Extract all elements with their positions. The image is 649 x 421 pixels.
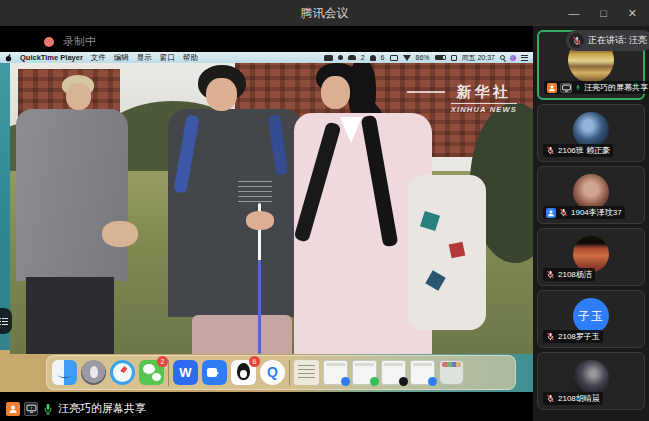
mic-on-icon	[42, 403, 54, 415]
person-badge-icon	[546, 208, 556, 218]
quicktime-icon[interactable]: Q	[260, 360, 285, 385]
status-count-b: 6	[381, 54, 385, 61]
screen-share-icon	[560, 83, 572, 93]
close-button[interactable]: ✕	[628, 7, 637, 20]
participant-name: 2108胡晴晨	[558, 393, 600, 404]
share-banner: 汪亮巧的屏幕共享	[6, 401, 146, 416]
screen-share-icon	[24, 402, 38, 416]
trash-icon[interactable]	[439, 360, 464, 385]
shared-screen-view: 录制中 QuickTime Player 文件 编辑 显示 窗口 帮助	[0, 26, 533, 421]
wechat-badge: 2	[157, 356, 168, 367]
spotlight-search-icon[interactable]	[500, 55, 505, 60]
minimize-button[interactable]: —	[568, 7, 579, 19]
stop-record-icon[interactable]	[451, 55, 457, 61]
participant-tile[interactable]: 2108胡晴晨	[537, 352, 645, 410]
speaking-toast-label: 正在讲话: 汪亮	[588, 34, 647, 47]
document-icon[interactable]	[294, 360, 319, 385]
wps-office-icon[interactable]: W	[173, 360, 198, 385]
avatar	[573, 174, 609, 210]
display-icon[interactable]	[390, 55, 398, 61]
menu-edit[interactable]: 编辑	[114, 53, 129, 63]
participant-name: 2106班 赖正豪	[558, 145, 610, 156]
participant-tile[interactable]: 2106班 赖正豪	[537, 104, 645, 162]
dock-divider	[289, 360, 290, 386]
siri-icon[interactable]	[510, 55, 516, 61]
meeting-window: 腾讯会议 — □ ✕ 录制中 QuickTime Player	[0, 0, 649, 421]
right-woman-backpack	[408, 175, 486, 330]
shared-macos-desktop: QuickTime Player 文件 编辑 显示 窗口 帮助 2 6	[0, 52, 533, 392]
quicktime-video: 新华社 XINHUA NEWS	[10, 63, 533, 354]
mic-muted-icon	[559, 208, 568, 217]
menu-file[interactable]: 文件	[91, 53, 106, 63]
avatar: 子玉	[573, 298, 609, 334]
menu-app-name[interactable]: QuickTime Player	[20, 53, 83, 62]
watermark-title: 新华社	[451, 83, 517, 104]
participant-name: 2108罗子玉	[558, 331, 600, 342]
bell-icon[interactable]	[370, 55, 376, 61]
participants-sidebar: 正在讲话: 汪亮 汪亮巧的屏幕共享	[533, 26, 649, 421]
wifi-icon[interactable]	[403, 55, 411, 61]
menu-help[interactable]: 帮助	[183, 53, 198, 63]
recording-indicator: 录制中	[44, 34, 96, 49]
menu-window[interactable]: 窗口	[160, 53, 175, 63]
macos-menu-bar: QuickTime Player 文件 编辑 显示 窗口 帮助 2 6	[0, 52, 533, 63]
participant-tile[interactable]: 子玉 2108罗子玉	[537, 290, 645, 348]
mic-muted-icon	[569, 33, 584, 48]
participant-label: 2106班 赖正豪	[543, 144, 613, 157]
participant-tile[interactable]: 2108杨洁	[537, 228, 645, 286]
recording-label: 录制中	[63, 34, 96, 49]
menu-status-area: 2 6 86% 周五 20:37	[324, 53, 528, 63]
cloud-icon[interactable]	[348, 55, 356, 60]
battery-icon	[435, 55, 446, 60]
avatar	[573, 236, 609, 272]
drawer-list-icon[interactable]	[0, 308, 12, 334]
minimized-window-icon[interactable]	[352, 360, 377, 385]
maximize-button[interactable]: □	[600, 7, 607, 19]
dock-divider	[168, 360, 169, 386]
launchpad-icon[interactable]	[81, 360, 106, 385]
speaking-toast: 正在讲话: 汪亮	[566, 30, 649, 51]
apple-menu-icon[interactable]	[5, 54, 12, 62]
minimized-window-icon[interactable]	[381, 360, 406, 385]
minimized-window-icon[interactable]	[410, 360, 435, 385]
window-title: 腾讯会议	[0, 0, 649, 26]
participant-label: 2108罗子玉	[543, 330, 603, 343]
participant-label: 2108胡晴晨	[543, 392, 603, 405]
recording-dot-icon	[44, 37, 54, 47]
participant-label: 1904李泽玟37	[543, 206, 625, 219]
xinhua-watermark: 新华社 XINHUA NEWS	[451, 83, 517, 114]
control-center-icon[interactable]	[521, 55, 528, 61]
watermark-subtitle: XINHUA NEWS	[451, 105, 517, 114]
participant-label: 汪亮巧的屏幕共享	[544, 81, 649, 94]
man-face	[66, 83, 91, 110]
minimized-window-icon[interactable]	[323, 360, 348, 385]
participant-name: 2108杨洁	[558, 269, 592, 280]
window-controls: — □ ✕	[568, 0, 637, 26]
qq-badge: 6	[249, 356, 260, 367]
man-hands	[102, 221, 138, 247]
qq-icon[interactable]: 6	[231, 360, 256, 385]
mic-muted-icon	[546, 146, 555, 155]
host-person-icon	[547, 83, 557, 93]
finder-icon[interactable]	[52, 360, 77, 385]
man-pants	[26, 277, 114, 354]
macos-dock: 2 W 6 Q	[46, 355, 516, 390]
host-person-icon	[6, 402, 20, 416]
menu-view[interactable]: 显示	[137, 53, 152, 63]
participant-name: 汪亮巧的屏幕共享	[584, 82, 648, 93]
avatar	[573, 112, 609, 148]
input-source-icon[interactable]	[324, 55, 333, 61]
center-woman-hand	[246, 211, 274, 230]
mic-on-icon	[575, 83, 581, 92]
participant-tile[interactable]: 1904李泽玟37	[537, 166, 645, 224]
share-banner-label: 汪亮巧的屏幕共享	[58, 401, 146, 416]
title-bar: 腾讯会议 — □ ✕	[0, 0, 649, 26]
backpack-patch	[449, 242, 466, 259]
tencent-meeting-icon[interactable]	[202, 360, 227, 385]
menu-datetime[interactable]: 周五 20:37	[462, 53, 495, 63]
status-dot-icon[interactable]	[338, 55, 343, 60]
wechat-icon[interactable]: 2	[139, 360, 164, 385]
safari-icon[interactable]	[110, 360, 135, 385]
center-woman-face	[206, 78, 237, 111]
center-woman-jacket-print	[238, 181, 272, 203]
